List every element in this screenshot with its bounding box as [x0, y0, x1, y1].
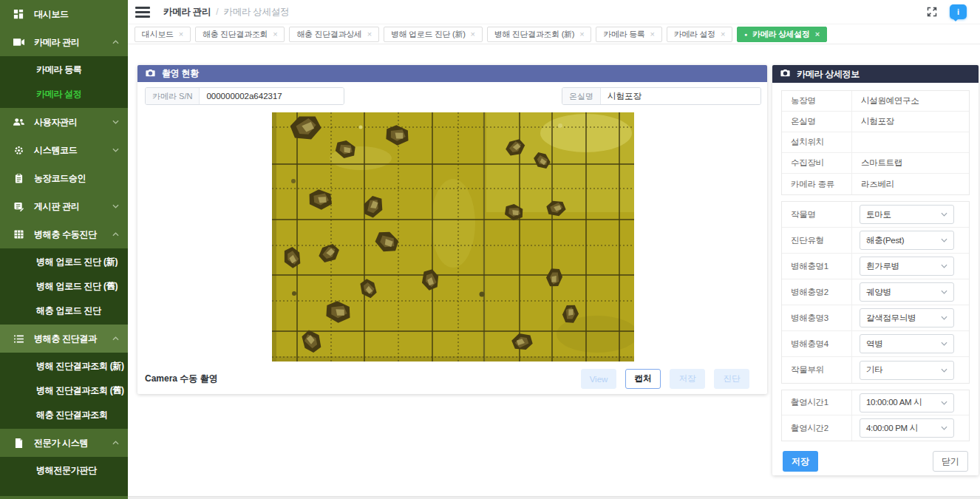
info-chat-icon[interactable]: i — [950, 4, 967, 19]
diagnosis-results-submenu: 병해 진단결과조회 (新) 병해 진단결과조회 (舊) 해충 진단결과조회 — [0, 353, 128, 429]
camera-sn-input[interactable] — [200, 88, 344, 104]
table-row: 병해충명2 궤양병 — [782, 279, 969, 305]
view-button[interactable]: View — [581, 369, 616, 389]
sidebar-item-board-management[interactable]: 게시판 관리 — [0, 192, 128, 220]
row-label: 설치위치 — [782, 132, 852, 152]
capture-button[interactable]: 캡처 — [625, 369, 661, 389]
save-capture-button[interactable]: 저장 — [670, 369, 705, 389]
sidebar-item-disease-upload-diagnosis-new[interactable]: 병해 업로드 진단 (新) — [0, 250, 128, 274]
chat-bubble-tail — [953, 18, 959, 21]
clipboard-icon — [13, 174, 24, 183]
row-label: 병해충명4 — [782, 331, 852, 356]
pest-name2-select[interactable]: 궤양병 — [860, 282, 954, 302]
tab-camera-detail-settings[interactable]: ● 카메라 상세설정 × — [737, 27, 827, 42]
sidebar-item-disease-result-search-old[interactable]: 병해 진단결과조회 (舊) — [0, 379, 128, 403]
sidebar-item-disease-result-search-new[interactable]: 병해 진단결과조회 (新) — [0, 354, 128, 379]
sidebar-item-label: 카메라 등록 — [36, 64, 82, 76]
row-value: 시설원예연구소 — [852, 95, 969, 106]
capture-time2-select[interactable]: 4:00:00 PM 시 — [860, 418, 954, 438]
close-icon[interactable]: × — [815, 30, 820, 38]
select-value: 10:00:00 AM 시 — [866, 397, 922, 408]
manual-capture-label: Camera 수동 촬영 — [145, 373, 218, 385]
table-row: 작물명 토마토 — [782, 202, 969, 228]
chevron-down-icon — [112, 204, 119, 208]
close-icon[interactable]: × — [367, 30, 372, 38]
sidebar-item-system-code[interactable]: 시스템코드 — [0, 136, 128, 164]
sidebar-item-label: 시스템코드 — [34, 144, 112, 157]
close-icon[interactable]: × — [471, 30, 475, 38]
sidebar-item-pest-upload-diagnosis[interactable]: 해충 업로드 진단 — [0, 299, 128, 323]
close-icon[interactable]: × — [721, 30, 725, 38]
chevron-up-icon — [112, 441, 119, 445]
sidebar-item-farm-code-approval[interactable]: 농장코드승인 — [0, 164, 128, 192]
tab-camera-settings[interactable]: 카메라 설정 × — [667, 27, 732, 42]
camera-detail-panel: 카메라 상세정보 농장명 시설원예연구소 온실명 시험포장 설치위치 수집장비 — [772, 65, 979, 475]
save-button[interactable]: 저장 — [783, 451, 818, 472]
select-value: 궤양병 — [866, 287, 891, 298]
fullscreen-icon[interactable] — [926, 6, 938, 18]
row-value: 시험포장 — [852, 116, 969, 127]
pest-name3-select[interactable]: 갈색점무늬병 — [860, 308, 954, 327]
hamburger-menu-icon[interactable] — [135, 7, 150, 18]
crop-name-select[interactable]: 토마토 — [860, 205, 954, 224]
sidebar-item-label: 병해전문가판단 — [36, 464, 97, 477]
greenhouse-input[interactable] — [601, 88, 760, 104]
camera-sn-group: 카메라 S/N — [145, 87, 344, 105]
sidebar-item-pest-manual-diagnosis[interactable]: 병해충 수동진단 — [0, 220, 128, 248]
sidebar-item-camera-register[interactable]: 카메라 등록 — [0, 58, 128, 82]
close-icon[interactable]: × — [179, 30, 183, 38]
tab-label: 해충 진단결과상세 — [296, 29, 361, 40]
row-label: 촬영시간2 — [782, 415, 852, 441]
sidebar-item-user-management[interactable]: 사용자관리 — [0, 108, 128, 136]
capture-status-panel: 촬영 현황 카메라 S/N 온실명 — [137, 65, 767, 394]
close-button[interactable]: 닫기 — [933, 451, 968, 472]
row-label: 작물부위 — [782, 357, 852, 383]
chevron-down-icon — [941, 401, 947, 405]
pest-name4-select[interactable]: 역병 — [860, 334, 954, 353]
row-label: 병해충명3 — [782, 305, 852, 330]
diagnose-button[interactable]: 진단 — [714, 369, 749, 389]
sidebar-item-label: 병해충 수동진단 — [34, 228, 112, 241]
greenhouse-group: 온실명 — [562, 87, 761, 105]
pest-name1-select[interactable]: 흰가루병 — [860, 257, 954, 276]
tab-pest-diagnosis-result[interactable]: 해충 진단결과조회 × — [195, 27, 285, 42]
sidebar-item-pest-result-search[interactable]: 해충 진단결과조회 — [0, 403, 128, 427]
tab-label: 대시보드 — [142, 29, 174, 40]
select-value: 역병 — [866, 339, 882, 350]
sidebar-item-camera-management[interactable]: 카메라 관리 — [0, 28, 128, 56]
pest-manual-diagnosis-submenu: 병해 업로드 진단 (新) 병해 업로드 진단 (舊) 해충 업로드 진단 — [0, 248, 128, 325]
tab-disease-upload-diagnosis-new[interactable]: 병해 업로드 진단 (新) × — [384, 27, 483, 42]
board-icon — [13, 202, 24, 211]
sidebar-item-disease-expert-judgement[interactable]: 병해전문가판단 — [0, 458, 128, 483]
tab-pest-diagnosis-detail[interactable]: 해충 진단결과상세 × — [289, 27, 378, 42]
sidebar-item-camera-settings[interactable]: 카메라 설정 — [0, 82, 128, 106]
sidebar: 대시보드 카메라 관리 카메라 등록 카메라 설정 사용자관리 시스템코드 농장… — [0, 0, 128, 499]
row-label: 농장명 — [782, 91, 852, 111]
greenhouse-label: 온실명 — [562, 88, 601, 104]
crop-part-select[interactable]: 기타 — [860, 361, 954, 380]
sidebar-item-label: 병해 업로드 진단 (新) — [36, 256, 118, 268]
sidebar-item-expert-system[interactable]: 전문가 시스템 — [0, 429, 128, 457]
diagnosis-type-select[interactable]: 해충(Pest) — [860, 231, 954, 250]
capture-panel-title: 촬영 현황 — [162, 67, 199, 80]
trap-photo — [272, 112, 634, 361]
detail-panel-title: 카메라 상세정보 — [797, 68, 860, 81]
capture-time1-select[interactable]: 10:00:00 AM 시 — [860, 393, 954, 413]
sidebar-item-label: 병해충 진단결과 — [34, 333, 112, 345]
close-icon[interactable]: × — [273, 30, 277, 38]
expert-system-submenu: 병해전문가판단 — [0, 457, 128, 496]
close-icon[interactable]: × — [650, 30, 655, 38]
close-icon[interactable]: × — [579, 30, 584, 38]
tab-camera-register[interactable]: 카메라 등록 × — [596, 27, 661, 42]
tab-dashboard[interactable]: 대시보드 × — [135, 27, 191, 42]
content-area: 촬영 현황 카메라 S/N 온실명 — [128, 44, 980, 499]
sidebar-item-diagnosis-results[interactable]: 병해충 진단결과 — [0, 325, 128, 353]
sidebar-item-label: 해충 진단결과조회 — [36, 409, 108, 421]
row-label: 병해충명2 — [782, 279, 852, 305]
breadcrumb-parent[interactable]: 카메라 관리 — [163, 6, 211, 18]
tab-label: 해충 진단결과조회 — [203, 29, 268, 40]
select-value: 4:00:00 PM 시 — [866, 423, 918, 434]
sidebar-item-disease-upload-diagnosis-old[interactable]: 병해 업로드 진단 (舊) — [0, 274, 128, 299]
sidebar-item-dashboard[interactable]: 대시보드 — [0, 0, 128, 28]
tab-disease-diagnosis-result-new[interactable]: 병해 진단결과조회 (新) × — [487, 27, 592, 42]
